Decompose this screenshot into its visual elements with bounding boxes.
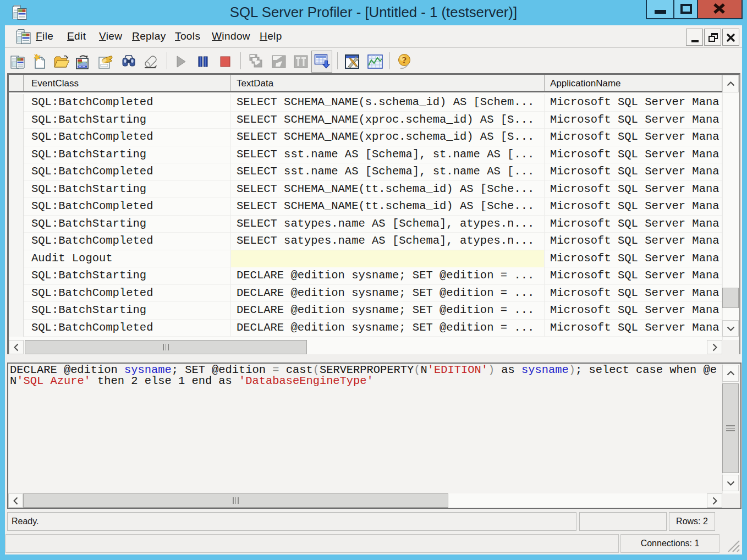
toolbar-separator	[240, 52, 241, 69]
step-button[interactable]	[248, 53, 265, 70]
cell-eventclass: SQL:BatchCompleted	[24, 320, 231, 337]
row-header-cell	[9, 198, 24, 216]
table-row[interactable]: SQL:BatchCompletedSELECT sst.name AS [Sc…	[9, 163, 722, 181]
minimize-button[interactable]	[646, 0, 673, 19]
help-button[interactable]: ?	[396, 53, 413, 70]
grid-scroll-right-button[interactable]	[707, 340, 722, 354]
table-row[interactable]: Audit LogoutMicrosoft SQL Server Mana	[9, 250, 722, 268]
cell-textdata: SELECT SCHEMA_NAME(xproc.schema_id) AS […	[231, 129, 545, 146]
cell-textdata: DECLARE @edition sysname; SET @edition =…	[231, 320, 545, 337]
table-row[interactable]: SQL:BatchStartingDECLARE @edition sysnam…	[9, 302, 722, 320]
toolbar-separator	[167, 52, 167, 69]
cell-eventclass: SQL:BatchStarting	[24, 146, 231, 164]
play-button[interactable]	[173, 53, 189, 70]
mdi-restore-button[interactable]	[704, 29, 721, 46]
mdi-close-button[interactable]	[722, 29, 739, 46]
sql-token: 'SQL Azure'	[17, 375, 91, 387]
open-folder-button[interactable]	[53, 53, 69, 70]
statusbar-left-pane	[6, 534, 619, 553]
toggle-breakpoint-button[interactable]	[293, 53, 309, 70]
menu-view[interactable]: View	[99, 25, 122, 47]
cell-textdata: DECLARE @edition sysname; SET @edition =…	[231, 285, 545, 303]
textpane-scroll-down-button[interactable]	[722, 475, 739, 491]
mdi-minimize-button[interactable]	[686, 29, 703, 46]
tools-window-button[interactable]	[344, 53, 360, 70]
find-button[interactable]	[120, 53, 137, 70]
cell-eventclass: SQL:BatchCompleted	[24, 94, 231, 112]
textpane-scroll-up-button[interactable]	[722, 365, 739, 382]
table-row[interactable]: SQL:BatchStartingSELECT SCHEMA_NAME(xpro…	[9, 112, 722, 129]
toggle-breakpoint-icon	[293, 53, 309, 70]
sql-token: )	[488, 365, 495, 376]
pause-button[interactable]	[195, 53, 211, 70]
table-row[interactable]: SQL:BatchStartingSELECT satypes.name AS …	[9, 216, 722, 233]
textpane-vscroll-thumb[interactable]	[722, 383, 739, 473]
eraser-button[interactable]	[142, 53, 158, 70]
properties-button[interactable]	[97, 53, 114, 70]
row-header-cell	[9, 233, 24, 250]
cell-applicationname: Microsoft SQL Server Mana	[545, 129, 722, 146]
sql-text-pane[interactable]: DECLARE @edition sysname; SET @edition =…	[7, 363, 741, 509]
menu-items: FileEditViewReplayToolsWindowHelp	[5, 25, 742, 47]
titlebar[interactable]: SQL Server Profiler - [Untitled - 1 (tes…	[0, 0, 747, 25]
maximize-button[interactable]	[673, 0, 698, 19]
cell-applicationname: Microsoft SQL Server Mana	[545, 250, 722, 268]
textpane-scroll-right-button[interactable]	[707, 493, 722, 508]
stop-button[interactable]	[217, 53, 233, 70]
cell-eventclass: SQL:BatchCompleted	[24, 129, 231, 146]
down-arrow-icon	[727, 326, 735, 331]
table-row[interactable]: SQL:BatchStartingSELECT SCHEMA_NAME(tt.s…	[9, 181, 722, 199]
new-document-button[interactable]	[31, 53, 48, 70]
table-row[interactable]: SQL:BatchCompletedSELECT SCHEMA_NAME(xpr…	[9, 129, 722, 146]
save-trace-button[interactable]	[74, 53, 91, 70]
scrollbar-grip	[726, 425, 735, 431]
textpane-scroll-left-button[interactable]	[8, 493, 23, 508]
grid-scroll-down-button[interactable]	[722, 320, 739, 337]
menu-file[interactable]: File	[36, 25, 53, 47]
save-trace-icon	[75, 54, 90, 69]
menu-help[interactable]: Help	[260, 25, 282, 47]
table-row[interactable]: SQL:BatchCompletedSELECT satypes.name AS…	[9, 233, 722, 250]
table-row[interactable]: SQL:BatchStartingDECLARE @edition sysnam…	[9, 267, 722, 285]
column-header-applicationname[interactable]: ApplicationName	[545, 75, 722, 91]
resize-grip[interactable]	[726, 539, 740, 553]
menu-edit[interactable]: Edit	[67, 25, 86, 47]
grid-vscroll-thumb[interactable]	[722, 288, 739, 308]
step-icon	[248, 53, 265, 70]
cell-applicationname: Microsoft SQL Server Mana	[545, 181, 722, 199]
menu-replay[interactable]: Replay	[132, 25, 166, 47]
textpane-hscroll-thumb[interactable]	[23, 493, 448, 508]
table-row[interactable]: SQL:BatchCompletedSELECT SCHEMA_NAME(tt.…	[9, 198, 722, 216]
up-arrow-icon	[727, 371, 735, 376]
find-icon	[120, 54, 137, 69]
pane-splitter[interactable]	[7, 355, 740, 363]
cell-textdata: DECLARE @edition sysname; SET @edition =…	[231, 267, 545, 285]
cell-eventclass: SQL:BatchCompleted	[24, 163, 231, 181]
grid-scroll-left-button[interactable]	[9, 340, 24, 354]
grid-hscroll-thumb[interactable]	[25, 340, 307, 354]
sql-token: N	[10, 375, 17, 387]
new-trace-button[interactable]	[10, 53, 26, 70]
auto-scroll-button[interactable]	[311, 51, 332, 73]
mdi-minimize-icon	[691, 40, 699, 42]
close-button[interactable]	[698, 0, 743, 19]
cell-eventclass: SQL:BatchStarting	[24, 267, 231, 285]
cell-textdata	[231, 250, 545, 268]
menu-tools[interactable]: Tools	[175, 25, 200, 47]
cell-eventclass: SQL:BatchStarting	[24, 302, 231, 320]
table-row[interactable]: SQL:BatchCompletedSELECT SCHEMA_NAME(s.s…	[9, 94, 722, 112]
row-header-cell	[9, 250, 24, 268]
column-header-eventclass[interactable]: EventClass	[24, 75, 231, 91]
performance-chart-button[interactable]	[367, 53, 383, 70]
grid-scroll-up-button[interactable]	[722, 75, 739, 92]
run-to-cursor-button[interactable]	[271, 53, 287, 70]
menu-window[interactable]: Window	[212, 25, 250, 47]
down-arrow-icon	[727, 481, 735, 486]
textpane-scroll-corner	[722, 493, 740, 508]
table-row[interactable]: SQL:BatchCompletedDECLARE @edition sysna…	[9, 320, 722, 337]
column-header-textdata[interactable]: TextData	[231, 75, 545, 91]
table-row[interactable]: SQL:BatchStartingSELECT sst.name AS [Sch…	[9, 146, 722, 164]
row-header-corner[interactable]	[9, 75, 24, 91]
table-row[interactable]: SQL:BatchCompletedDECLARE @edition sysna…	[9, 285, 722, 303]
auto-scroll-icon	[314, 53, 330, 70]
